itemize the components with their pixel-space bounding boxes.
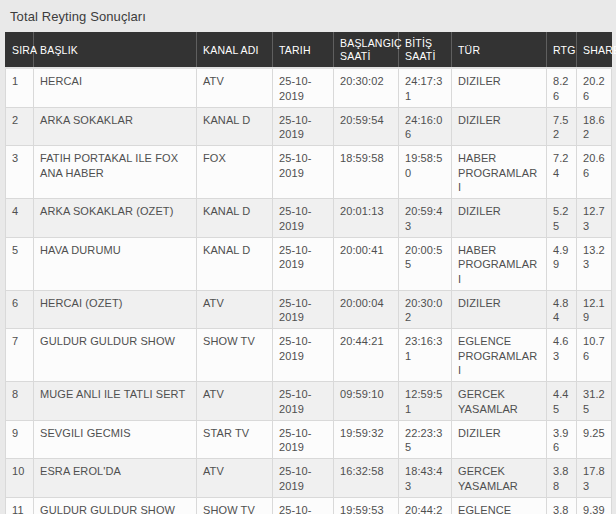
cell-sira: 2 xyxy=(6,107,34,146)
cell-kanal: ATV xyxy=(197,68,273,107)
cell-sira: 1 xyxy=(6,68,34,107)
cell-share: 31.25 xyxy=(577,382,612,421)
table-row: 9SEVGILI GECMISSTAR TV25-10-201919:59:32… xyxy=(6,420,612,459)
cell-baslik: HERCAI xyxy=(34,68,197,107)
cell-sira: 4 xyxy=(6,199,34,238)
cell-baslik: ARKA SOKAKLAR xyxy=(34,107,197,146)
cell-bitis: 23:16:31 xyxy=(399,329,452,382)
cell-baslik: MUGE ANLI ILE TATLI SERT xyxy=(34,382,197,421)
cell-bitis: 12:59:51 xyxy=(399,382,452,421)
table-row: 6HERCAI (OZET)ATV25-10-201920:00:0420:30… xyxy=(6,290,612,329)
cell-baslik: GULDUR GULDUR SHOW OZET xyxy=(34,498,197,514)
cell-baslangic: 20:00:41 xyxy=(334,237,399,290)
cell-tarih: 25-10-2019 xyxy=(273,329,334,382)
cell-baslangic: 09:59:10 xyxy=(334,382,399,421)
cell-rtg: 3.8 xyxy=(547,498,577,514)
cell-rtg: 4.84 xyxy=(547,290,577,329)
column-header-baslangic: BAŞLANGIÇ SAATİ xyxy=(334,33,399,69)
header-row: SIRABAŞLIKKANAL ADITARIHBAŞLANGIÇ SAATİB… xyxy=(6,33,612,69)
column-header-bitis: BİTİŞ SAATİ xyxy=(399,33,452,69)
ratings-table-body: 1HERCAIATV25-10-201920:30:0224:17:31DIZI… xyxy=(6,68,612,514)
page-title: Total Reyting Sonuçları xyxy=(0,0,616,32)
cell-rtg: 5.25 xyxy=(547,199,577,238)
cell-kanal: ATV xyxy=(197,459,273,498)
cell-sira: 10 xyxy=(6,459,34,498)
cell-rtg: 7.24 xyxy=(547,146,577,199)
cell-baslangic: 20:00:04 xyxy=(334,290,399,329)
cell-baslik: ESRA EROL'DA xyxy=(34,459,197,498)
cell-tarih: 25-10-2019 xyxy=(273,459,334,498)
cell-tur: EGLENCE PROGRAMLARI xyxy=(452,498,547,514)
cell-baslik: GULDUR GULDUR SHOW xyxy=(34,329,197,382)
cell-tur: GERCEK YASAMLAR xyxy=(452,459,547,498)
cell-baslangic: 16:32:58 xyxy=(334,459,399,498)
column-header-tur: TÜR xyxy=(452,33,547,69)
table-row: 7GULDUR GULDUR SHOWSHOW TV25-10-201920:4… xyxy=(6,329,612,382)
cell-rtg: 4.45 xyxy=(547,382,577,421)
cell-share: 9.25 xyxy=(577,420,612,459)
cell-sira: 9 xyxy=(6,420,34,459)
cell-rtg: 3.96 xyxy=(547,420,577,459)
cell-bitis: 19:58:50 xyxy=(399,146,452,199)
cell-baslik: HERCAI (OZET) xyxy=(34,290,197,329)
cell-sira: 11 xyxy=(6,498,34,514)
cell-tarih: 25-10-2019 xyxy=(273,146,334,199)
table-row: 5HAVA DURUMUKANAL D25-10-201920:00:4120:… xyxy=(6,237,612,290)
cell-baslangic: 20:01:13 xyxy=(334,199,399,238)
cell-bitis: 20:59:43 xyxy=(399,199,452,238)
cell-tur: GERCEK YASAMLAR xyxy=(452,382,547,421)
cell-bitis: 24:17:31 xyxy=(399,68,452,107)
cell-rtg: 4.63 xyxy=(547,329,577,382)
table-row: 10ESRA EROL'DAATV25-10-201916:32:5818:43… xyxy=(6,459,612,498)
table-row: 3FATIH PORTAKAL ILE FOX ANA HABERFOX25-1… xyxy=(6,146,612,199)
cell-share: 20.26 xyxy=(577,68,612,107)
cell-sira: 3 xyxy=(6,146,34,199)
cell-tarih: 25-10-2019 xyxy=(273,237,334,290)
cell-kanal: KANAL D xyxy=(197,107,273,146)
cell-baslangic: 20:44:21 xyxy=(334,329,399,382)
ratings-table: SIRABAŞLIKKANAL ADITARIHBAŞLANGIÇ SAATİB… xyxy=(5,32,612,514)
cell-tarih: 25-10-2019 xyxy=(273,199,334,238)
cell-bitis: 20:00:55 xyxy=(399,237,452,290)
cell-bitis: 20:44:21 xyxy=(399,498,452,514)
cell-rtg: 3.88 xyxy=(547,459,577,498)
cell-baslangic: 20:59:54 xyxy=(334,107,399,146)
cell-bitis: 24:16:06 xyxy=(399,107,452,146)
cell-tarih: 25-10-2019 xyxy=(273,498,334,514)
cell-share: 9.39 xyxy=(577,498,612,514)
cell-rtg: 7.52 xyxy=(547,107,577,146)
ratings-table-header: SIRABAŞLIKKANAL ADITARIHBAŞLANGIÇ SAATİB… xyxy=(6,33,612,69)
cell-baslangic: 18:59:58 xyxy=(334,146,399,199)
cell-share: 13.23 xyxy=(577,237,612,290)
cell-kanal: ATV xyxy=(197,382,273,421)
cell-kanal: SHOW TV xyxy=(197,329,273,382)
cell-share: 12.73 xyxy=(577,199,612,238)
column-header-sira: SIRA xyxy=(6,33,34,69)
cell-tarih: 25-10-2019 xyxy=(273,290,334,329)
table-row: 8MUGE ANLI ILE TATLI SERTATV25-10-201909… xyxy=(6,382,612,421)
cell-share: 12.19 xyxy=(577,290,612,329)
cell-baslik: FATIH PORTAKAL ILE FOX ANA HABER xyxy=(34,146,197,199)
cell-tur: DIZILER xyxy=(452,420,547,459)
cell-baslangic: 20:30:02 xyxy=(334,68,399,107)
cell-tur: DIZILER xyxy=(452,290,547,329)
cell-share: 18.62 xyxy=(577,107,612,146)
cell-sira: 8 xyxy=(6,382,34,421)
cell-baslik: ARKA SOKAKLAR (OZET) xyxy=(34,199,197,238)
cell-tur: HABER PROGRAMLARI xyxy=(452,146,547,199)
table-row: 2ARKA SOKAKLARKANAL D25-10-201920:59:542… xyxy=(6,107,612,146)
cell-share: 20.66 xyxy=(577,146,612,199)
cell-kanal: KANAL D xyxy=(197,237,273,290)
cell-tarih: 25-10-2019 xyxy=(273,382,334,421)
column-header-share: SHARE xyxy=(577,33,612,69)
cell-baslangic: 19:59:53 xyxy=(334,498,399,514)
cell-tur: DIZILER xyxy=(452,199,547,238)
cell-tarih: 25-10-2019 xyxy=(273,420,334,459)
cell-bitis: 20:30:02 xyxy=(399,290,452,329)
cell-bitis: 22:23:35 xyxy=(399,420,452,459)
cell-kanal: STAR TV xyxy=(197,420,273,459)
cell-sira: 7 xyxy=(6,329,34,382)
cell-tur: DIZILER xyxy=(452,68,547,107)
cell-share: 10.76 xyxy=(577,329,612,382)
cell-baslangic: 19:59:32 xyxy=(334,420,399,459)
